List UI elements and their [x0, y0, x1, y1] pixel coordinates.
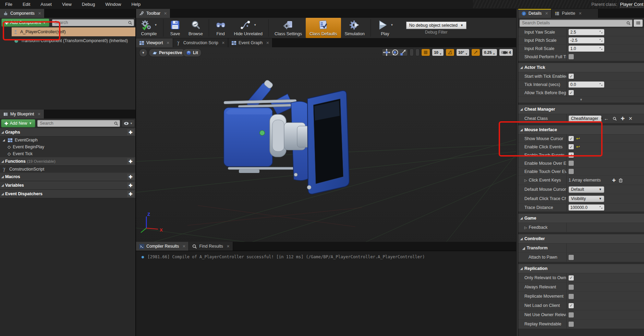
- dropdown-select[interactable]: Default▼: [569, 186, 604, 193]
- add-button[interactable]: ✚: [127, 182, 134, 188]
- advanced-expander[interactable]: ▼: [518, 97, 644, 103]
- add-button[interactable]: ✚: [127, 129, 134, 135]
- find-button[interactable]: Find: [211, 18, 230, 38]
- checkbox[interactable]: ✓: [569, 303, 574, 308]
- checkbox[interactable]: ✓: [569, 136, 574, 141]
- close-icon[interactable]: ✕: [227, 244, 230, 249]
- checkbox[interactable]: [569, 161, 574, 166]
- parent-class-link[interactable]: Player Cont: [620, 2, 643, 7]
- tab-viewport[interactable]: Viewport✕: [136, 38, 173, 47]
- checkbox[interactable]: [569, 255, 574, 260]
- menu-help[interactable]: Help: [126, 0, 146, 9]
- hide-unrelated-button[interactable]: ▼Hide Unrelated: [230, 18, 266, 38]
- tab-find-results[interactable]: Find Results✕: [189, 242, 233, 251]
- rotation-snap-toggle[interactable]: [446, 49, 454, 56]
- bp-item-event-beginplay[interactable]: ◇Event BeginPlay: [0, 144, 135, 150]
- clear-icon[interactable]: ✕: [629, 116, 633, 121]
- visibility-filter-button[interactable]: ▼: [122, 120, 134, 127]
- browse-button[interactable]: Browse: [185, 18, 207, 38]
- section-actor-tick[interactable]: ◢Actor Tick: [518, 63, 644, 72]
- surface-snap-button[interactable]: [415, 49, 420, 56]
- component-row-self[interactable]: A_PlayerController(self): [0, 27, 135, 36]
- menu-window[interactable]: Window: [100, 0, 126, 9]
- tab-toolbar[interactable]: Toolbar ✕: [136, 9, 170, 18]
- close-icon[interactable]: ✕: [38, 11, 41, 16]
- camera-speed-button[interactable]: 4: [499, 49, 513, 56]
- simulation-button[interactable]: Simulation: [341, 18, 368, 38]
- class-settings-button[interactable]: Class Settings: [271, 18, 306, 38]
- close-icon[interactable]: ✕: [222, 41, 225, 45]
- checkbox[interactable]: [569, 322, 574, 327]
- tab-event-graph[interactable]: Event Graph✕: [228, 38, 272, 47]
- checkbox[interactable]: [569, 285, 574, 290]
- scale-snap-toggle[interactable]: [471, 49, 480, 56]
- use-selected-icon[interactable]: ←: [604, 116, 609, 121]
- dropdown-select[interactable]: Visibility▼: [569, 196, 604, 202]
- chevron-down-icon[interactable]: ▼: [390, 23, 393, 27]
- bp-section-event-dispatchers[interactable]: ◢Event Dispatchers✚: [0, 190, 135, 198]
- bp-section-graphs[interactable]: ◢Graphs✚: [0, 128, 135, 137]
- section-controller[interactable]: ◢Controller: [518, 234, 644, 244]
- bp-section-functions[interactable]: ◢Functions(19 Overridable)✚: [0, 157, 135, 166]
- component-row-transform[interactable]: Transform Component (TransformComponent0…: [0, 36, 135, 45]
- bp-item-constructionscript[interactable]: fConstructionScript: [0, 166, 135, 173]
- bp-section-variables[interactable]: ◢Variables✚: [0, 181, 135, 190]
- expand-arrow-icon[interactable]: ▷: [524, 226, 527, 229]
- grid-snap-toggle[interactable]: [421, 49, 430, 56]
- coordinate-system-button[interactable]: [410, 49, 414, 56]
- reset-to-default-icon[interactable]: ↩: [576, 136, 580, 141]
- debug-object-select[interactable]: No debug object selected▼: [406, 22, 466, 29]
- chevron-down-icon[interactable]: ▼: [254, 23, 257, 27]
- tab-my-blueprint[interactable]: My Blueprint ✕: [0, 110, 44, 119]
- number-input[interactable]: 100000.0: [569, 204, 604, 211]
- rotation-snap-value[interactable]: 10°▼: [456, 49, 470, 56]
- checkbox[interactable]: [569, 294, 574, 299]
- play-button[interactable]: ▼Play: [373, 18, 397, 38]
- my-blueprint-search-input[interactable]: [39, 121, 112, 126]
- rotate-tool-button[interactable]: [391, 49, 399, 56]
- add-button[interactable]: ✚: [127, 174, 134, 180]
- scale-tool-button[interactable]: [399, 49, 407, 56]
- section-replication[interactable]: ◢Replication: [518, 264, 644, 273]
- menu-debug[interactable]: Debug: [77, 0, 100, 9]
- menu-view[interactable]: View: [57, 0, 77, 9]
- checkbox[interactable]: ✓: [569, 152, 574, 158]
- browse-icon[interactable]: [612, 116, 617, 121]
- save-button[interactable]: Save: [166, 18, 185, 38]
- details-search-input[interactable]: [521, 20, 625, 26]
- close-icon[interactable]: ✕: [37, 112, 40, 116]
- close-icon[interactable]: ✕: [182, 244, 185, 249]
- tab-palette[interactable]: Palette ✕: [551, 9, 598, 18]
- menu-edit[interactable]: Edit: [17, 0, 35, 9]
- menu-file[interactable]: File: [0, 0, 17, 9]
- close-icon[interactable]: ✕: [579, 11, 582, 16]
- compile-button[interactable]: ▼Compile: [137, 18, 161, 38]
- add-icon[interactable]: ✚: [621, 116, 625, 121]
- add-new-button[interactable]: ✚Add New▼: [1, 119, 35, 127]
- display-filter-button[interactable]: [634, 20, 643, 27]
- viewport-options-button[interactable]: ▼: [139, 49, 147, 57]
- close-icon[interactable]: ✕: [164, 11, 167, 16]
- checkbox[interactable]: [569, 169, 574, 174]
- section-game[interactable]: ◢Game: [518, 214, 644, 223]
- close-icon[interactable]: ✕: [545, 11, 548, 16]
- checkbox[interactable]: ✓: [569, 144, 574, 149]
- tab-components[interactable]: Components ✕: [0, 9, 45, 18]
- tab-details[interactable]: i Details ✕: [518, 9, 551, 18]
- lit-mode-button[interactable]: Lit: [183, 49, 202, 57]
- checkbox[interactable]: ✓: [569, 74, 574, 79]
- bp-section-macros[interactable]: ◢Macros✚: [0, 173, 135, 181]
- components-search-input[interactable]: [54, 20, 126, 25]
- bp-item-event-tick[interactable]: ◇Event Tick: [0, 150, 135, 157]
- move-tool-button[interactable]: [383, 49, 390, 56]
- add-button[interactable]: ✚: [127, 191, 134, 197]
- perspective-button[interactable]: Perspective: [149, 49, 185, 57]
- add-component-button[interactable]: ✚Add Component▼: [1, 18, 49, 27]
- number-input[interactable]: 1.0: [569, 46, 604, 52]
- viewport-3d[interactable]: Z X ▼ Perspective Lit 10▼10°▼0.25▼4: [136, 47, 516, 251]
- grid-snap-value[interactable]: 10▼: [432, 49, 444, 56]
- add-button[interactable]: ✚: [127, 158, 134, 164]
- add-element-icon[interactable]: ✚: [612, 178, 616, 183]
- number-input[interactable]: 2.5: [569, 29, 604, 35]
- checkbox[interactable]: ✓: [569, 275, 574, 281]
